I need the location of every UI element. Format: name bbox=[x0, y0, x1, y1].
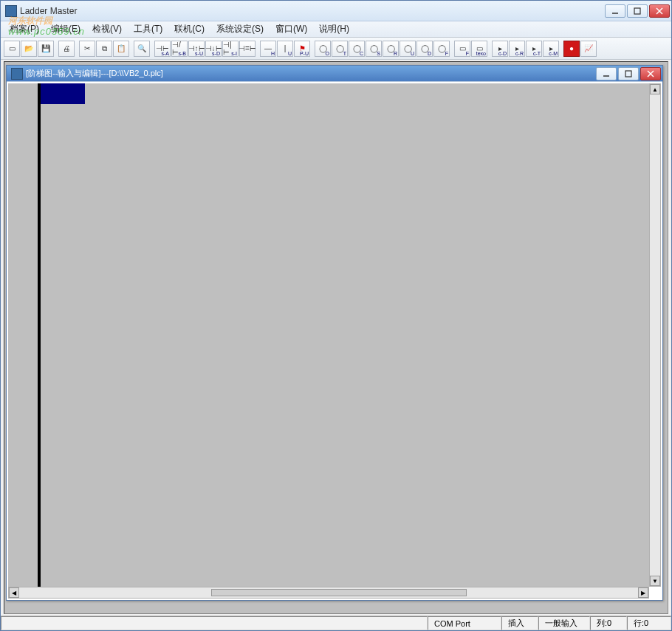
paste-icon[interactable]: 📋 bbox=[113, 41, 129, 57]
coil-s-icon[interactable]: ◯S bbox=[366, 41, 382, 57]
contact-u-icon-sub: s-U bbox=[195, 51, 203, 56]
scroll-up-icon[interactable]: ▲ bbox=[650, 84, 660, 94]
child-close-button[interactable] bbox=[640, 67, 661, 80]
status-row: 行:0 bbox=[627, 616, 671, 630]
child-vertical-scrollbar[interactable]: ▲ ▼ bbox=[649, 83, 661, 587]
print-icon[interactable]: 🖨 bbox=[58, 41, 75, 57]
child-horizontal-scrollbar[interactable]: ◀ ▶ bbox=[8, 587, 649, 599]
coil-u-icon[interactable]: ◯U bbox=[400, 41, 416, 57]
vline-icon-sub: U bbox=[288, 51, 292, 56]
toolbar-separator bbox=[75, 41, 78, 57]
menu-view[interactable]: 检视(V) bbox=[86, 21, 128, 37]
ladder-editor[interactable] bbox=[8, 83, 649, 587]
copy-icon[interactable]: ⧉ bbox=[96, 41, 112, 57]
coil-r-icon[interactable]: ◯R bbox=[383, 41, 399, 57]
menu-window[interactable]: 窗口(W) bbox=[270, 21, 313, 37]
toolbar-separator bbox=[450, 41, 453, 57]
cd-icon-sub: c-D bbox=[498, 51, 507, 56]
scroll-right-icon[interactable]: ▶ bbox=[638, 587, 648, 598]
child-titlebar[interactable]: [阶梯图--输入与编辑]---[D:\\VB2_0.plc] bbox=[7, 66, 662, 82]
new-icon[interactable]: ▭ bbox=[4, 41, 20, 57]
contact-d-icon-sub: s-D bbox=[212, 51, 220, 56]
hline-icon-sub: H bbox=[271, 51, 275, 56]
menu-system[interactable]: 系统设定(S) bbox=[210, 21, 270, 37]
coil-f-icon-sub: F bbox=[445, 51, 448, 56]
maximize-button[interactable] bbox=[627, 4, 648, 18]
minimize-button[interactable] bbox=[605, 4, 625, 18]
coil-d-icon-sub: D bbox=[428, 51, 431, 56]
child-title: [阶梯图--输入与编辑]---[D:\\VB2_0.plc] bbox=[26, 68, 596, 79]
menu-file[interactable]: 档案(P) bbox=[4, 21, 45, 37]
toolbar-separator bbox=[256, 41, 259, 57]
func-icon-glyph: ▭ bbox=[459, 45, 466, 52]
toolbar-separator bbox=[151, 41, 154, 57]
mdi-client-area: [阶梯图--输入与编辑]---[D:\\VB2_0.plc] ▲ ▼ ◀ ▶ bbox=[4, 61, 668, 614]
child-minimize-button[interactable] bbox=[596, 67, 617, 80]
new-icon-glyph: ▭ bbox=[9, 45, 16, 52]
close-button[interactable] bbox=[649, 4, 670, 18]
child-icon bbox=[11, 68, 23, 80]
coil-f-icon[interactable]: ◯F bbox=[433, 41, 450, 57]
scroll-down-icon[interactable]: ▼ bbox=[650, 576, 660, 586]
coil-r-icon-sub: R bbox=[394, 51, 397, 56]
toolbar-separator bbox=[311, 41, 314, 57]
toolbar-separator bbox=[55, 41, 58, 57]
menu-connect[interactable]: 联机(C) bbox=[168, 21, 210, 37]
vline-icon-glyph: | bbox=[284, 45, 287, 52]
coil-t-icon[interactable]: ◯T bbox=[332, 41, 348, 57]
print-icon-glyph: 🖨 bbox=[63, 45, 70, 52]
ladder-cursor[interactable] bbox=[41, 83, 85, 104]
toolbar-separator bbox=[560, 41, 563, 57]
ct-icon[interactable]: ▸c-T bbox=[526, 41, 542, 57]
cr-icon[interactable]: ▸c-R bbox=[509, 41, 525, 57]
cd-icon[interactable]: ▸c-D bbox=[492, 41, 508, 57]
window-buttons bbox=[605, 4, 670, 18]
coil-c-icon[interactable]: ◯C bbox=[349, 41, 365, 57]
contact-u-icon[interactable]: ⊣↑⊢s-U bbox=[188, 41, 205, 57]
status-input-mode: 一般输入 bbox=[538, 616, 590, 630]
coil-d-icon[interactable]: ◯D bbox=[416, 41, 433, 57]
app-title: Ladder Master bbox=[20, 6, 605, 16]
child-maximize-button[interactable] bbox=[618, 67, 639, 80]
contact-i-icon[interactable]: ⊣|⊢s-I bbox=[222, 41, 239, 57]
cut-icon[interactable]: ✂ bbox=[79, 41, 95, 57]
record-icon[interactable]: ● bbox=[563, 41, 580, 57]
coil-u-icon-sub: U bbox=[411, 51, 414, 56]
main-titlebar[interactable]: Ladder Master bbox=[1, 1, 671, 21]
save-icon[interactable]: 💾 bbox=[38, 41, 54, 57]
toolbar-separator bbox=[130, 41, 133, 57]
chart-icon[interactable]: 📈 bbox=[580, 41, 597, 57]
scroll-left-icon[interactable]: ◀ bbox=[9, 587, 19, 598]
hscroll-thumb[interactable] bbox=[211, 589, 467, 596]
cm-icon-sub: c-M bbox=[549, 51, 558, 56]
contact-b-icon[interactable]: ⊣/⊢s-B bbox=[171, 41, 188, 57]
cut-icon-glyph: ✂ bbox=[84, 45, 90, 52]
menu-help[interactable]: 说明(H) bbox=[313, 21, 355, 37]
svg-rect-5 bbox=[625, 71, 631, 77]
contact-d-icon[interactable]: ⊣↓⊢s-D bbox=[205, 41, 222, 57]
contact-a-icon[interactable]: ⊣⊢s-A bbox=[154, 41, 171, 57]
app-icon bbox=[5, 5, 17, 17]
paste-icon-glyph: 📋 bbox=[117, 45, 126, 52]
ct-icon-sub: c-T bbox=[533, 51, 541, 56]
vline-icon[interactable]: |U bbox=[277, 41, 293, 57]
flag-icon[interactable]: ⚑P-U bbox=[294, 41, 310, 57]
statusbar: COM Port 插入 一般输入 列:0 行:0 bbox=[1, 616, 671, 630]
child-window: [阶梯图--输入与编辑]---[D:\\VB2_0.plc] ▲ ▼ ◀ ▶ bbox=[6, 65, 663, 601]
coil-o-icon[interactable]: ◯O bbox=[315, 41, 331, 57]
record-icon-glyph: ● bbox=[569, 45, 574, 52]
contact-eq-icon-glyph: ⊣=⊢ bbox=[239, 45, 256, 52]
coil-c-icon-sub: C bbox=[360, 51, 363, 56]
status-message bbox=[1, 616, 428, 630]
open-icon[interactable]: 📂 bbox=[21, 41, 37, 57]
contact-eq-icon[interactable]: ⊣=⊢ bbox=[239, 41, 256, 57]
status-com-port[interactable]: COM Port bbox=[428, 616, 501, 630]
text-icon[interactable]: ▭texo bbox=[471, 41, 487, 57]
menu-edit[interactable]: 编辑(E) bbox=[45, 21, 86, 37]
cm-icon[interactable]: ▸c-M bbox=[543, 41, 559, 57]
toolbar-separator bbox=[488, 41, 491, 57]
find-icon[interactable]: 🔍 bbox=[134, 41, 150, 57]
func-icon[interactable]: ▭F bbox=[454, 41, 470, 57]
hline-icon[interactable]: —H bbox=[260, 41, 276, 57]
menu-tools[interactable]: 工具(T) bbox=[128, 21, 168, 37]
